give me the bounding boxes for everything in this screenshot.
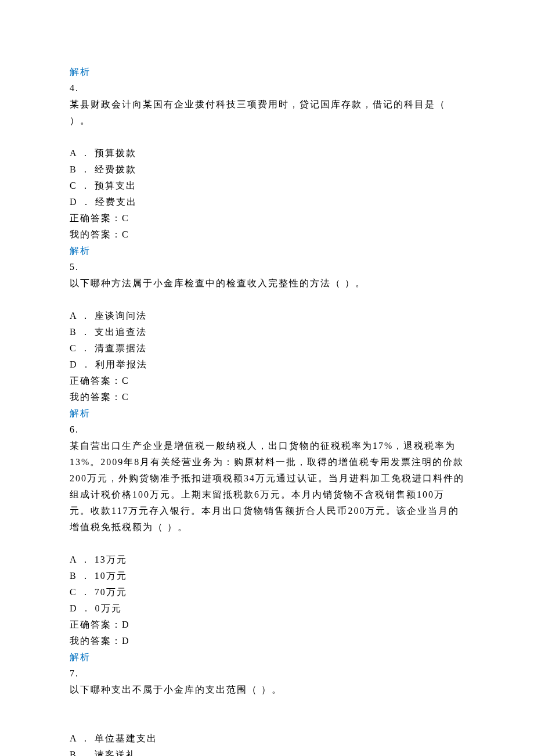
option-b: B ． 经费拨款 <box>70 161 464 178</box>
question-stem: 以下哪种方法属于小金库检查中的检查收入完整性的方法（ ）。 <box>70 275 464 291</box>
correct-answer: 正确答案：C <box>70 373 464 389</box>
spacer <box>70 129 464 145</box>
my-answer: 我的答案：C <box>70 226 464 243</box>
spacer <box>70 698 464 714</box>
option-d: D ． 利用举报法 <box>70 357 464 373</box>
correct-answer: 正确答案：D <box>70 617 464 633</box>
option-a: A ． 预算拨款 <box>70 145 464 161</box>
analysis-link[interactable]: 解析 <box>70 649 464 665</box>
option-a: A ． 单位基建支出 <box>70 730 464 747</box>
my-answer: 我的答案：C <box>70 389 464 405</box>
option-a: A ． 13万元 <box>70 552 464 568</box>
spacer <box>70 535 464 552</box>
option-b: B ． 请客送礼 <box>70 747 464 756</box>
document-page: 解析 4. 某县财政会计向某国有企业拨付科技三项费用时，贷记国库存款，借记的科目… <box>0 0 534 756</box>
question-number: 5. <box>70 259 464 275</box>
analysis-link[interactable]: 解析 <box>70 64 464 80</box>
question-number: 6. <box>70 422 464 438</box>
option-d: D ． 经费支出 <box>70 194 464 210</box>
option-b: B ． 10万元 <box>70 568 464 584</box>
question-number: 4. <box>70 80 464 96</box>
question-stem: 某县财政会计向某国有企业拨付科技三项费用时，贷记国库存款，借记的科目是（ ）。 <box>70 96 464 129</box>
option-c: C ． 70万元 <box>70 584 464 600</box>
analysis-link[interactable]: 解析 <box>70 243 464 259</box>
correct-answer: 正确答案：C <box>70 210 464 226</box>
my-answer: 我的答案：D <box>70 633 464 649</box>
analysis-link[interactable]: 解析 <box>70 405 464 422</box>
option-b: B ． 支出追查法 <box>70 324 464 340</box>
option-a: A ． 座谈询问法 <box>70 308 464 324</box>
question-stem: 以下哪种支出不属于小金库的支出范围（ ）。 <box>70 682 464 698</box>
question-number: 7. <box>70 665 464 682</box>
option-c: C ． 清查票据法 <box>70 340 464 357</box>
spacer <box>70 291 464 308</box>
spacer <box>70 714 464 730</box>
option-d: D ． 0万元 <box>70 600 464 617</box>
question-stem: 某自营出口生产企业是增值税一般纳税人，出口货物的征税税率为17%，退税税率为13… <box>70 438 464 535</box>
option-c: C ． 预算支出 <box>70 178 464 194</box>
